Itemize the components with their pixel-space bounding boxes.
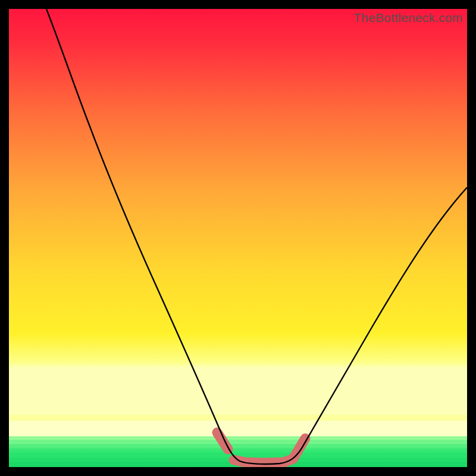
curve-layer <box>9 9 467 467</box>
bottleneck-curve <box>46 9 467 464</box>
outer-frame: TheBottleneck.com <box>0 0 476 476</box>
plot-area <box>9 9 467 467</box>
watermark-text: TheBottleneck.com <box>354 11 463 25</box>
